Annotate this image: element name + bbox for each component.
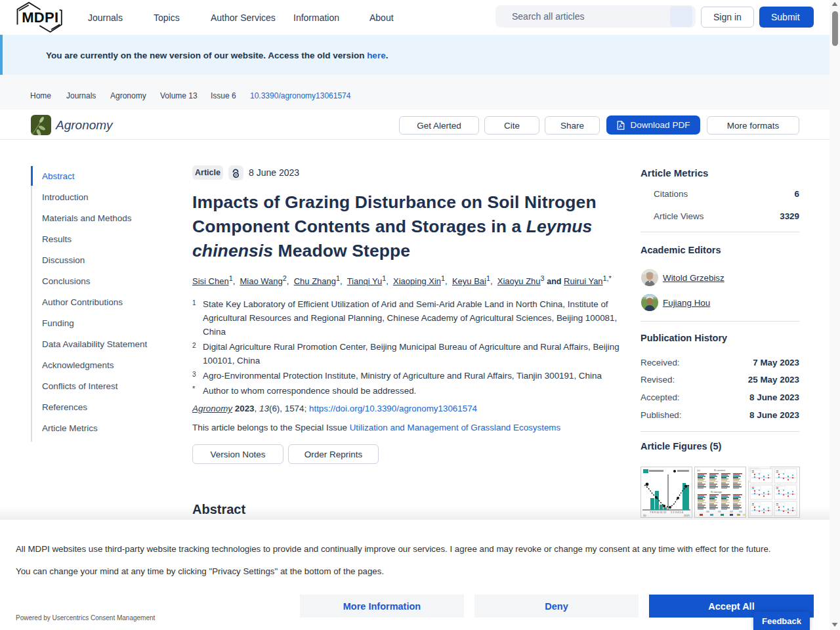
svg-text:MDPI: MDPI	[22, 9, 58, 26]
svg-text:(a): (a)	[697, 469, 701, 472]
svg-text:N content: N content	[714, 469, 726, 472]
svg-text:N storage: N storage	[711, 490, 723, 494]
